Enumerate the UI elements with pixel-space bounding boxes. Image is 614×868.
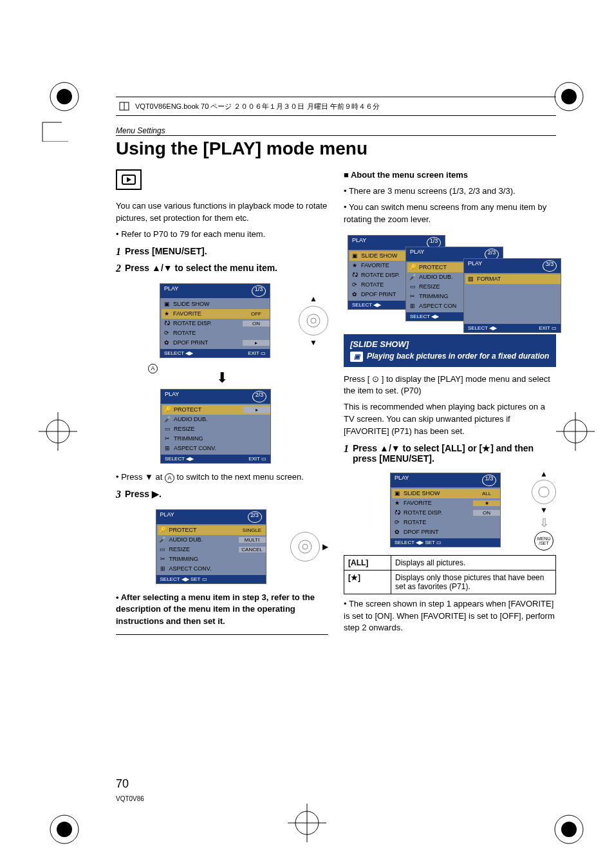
menu-item: 🔑PROTECT▸	[162, 405, 270, 415]
footnote: • The screen shown in step 1 appears whe…	[344, 598, 556, 635]
book-icon	[118, 100, 131, 113]
menu-item: ✂TRIMMING	[158, 554, 266, 564]
right-arrow-icon: ▶	[322, 542, 328, 551]
svg-point-24	[302, 544, 308, 549]
up-arrow-icon: ▲	[540, 469, 548, 478]
svg-point-25	[539, 487, 549, 497]
about-header: ■ About the menu screen items	[344, 169, 556, 182]
step-2: 2Press ▲/▼ to select the menu item.	[116, 263, 328, 274]
svg-point-1	[57, 89, 72, 104]
page-title: Using the [PLAY] mode menu	[116, 138, 556, 159]
press-down-note: • Press ▼ at A to switch to the next men…	[116, 471, 328, 484]
menu-item: ▭RESIZECANCEL	[158, 545, 266, 554]
menu-item: ▧FORMAT	[465, 274, 561, 284]
page-code: VQT0V86	[116, 795, 144, 802]
menu-item: 🗘ROTATE DISP.ON	[392, 508, 500, 518]
menu-item	[465, 303, 561, 313]
joystick-icon-2	[290, 532, 320, 561]
slideshow-icon: ▣	[350, 352, 363, 362]
menu-item: ⟳ROTATE	[162, 328, 270, 338]
header-text: VQT0V86ENG.book 70 ページ ２００６年１月３０日 月曜日 午前…	[135, 102, 380, 111]
cascade-menu-3: PLAY3/3 ▧FORMAT SELECT ◀▶EXIT ▭	[463, 258, 561, 333]
up-arrow-icon: ▲	[310, 294, 317, 303]
center-reg-bottom	[288, 804, 326, 842]
menu-item: ▣SLIDE SHOW	[162, 299, 270, 309]
menu-item: 🗘ROTATE DISP.ON	[162, 319, 270, 328]
svg-point-3	[561, 89, 577, 104]
down-arrow-icon: ▼	[540, 505, 548, 514]
options-table: [ALL]Displays all pictures. [★]Displays …	[344, 555, 556, 594]
menu-item: ▭RESIZE	[162, 424, 270, 434]
transition-arrow: ⬇	[116, 372, 328, 384]
crop-mark-bl	[39, 784, 90, 849]
center-reg-left	[39, 412, 77, 451]
page-number: 70	[116, 777, 129, 791]
about-1: • There are 3 menu screens (1/3, 2/3 and…	[344, 185, 556, 198]
menu-item: ★FAVORITE★	[392, 498, 500, 508]
section-label: Menu Settings	[116, 126, 556, 136]
crop-mark-br	[543, 784, 595, 849]
slide-show-header: [SLIDE SHOW] ▣Playing back pictures in o…	[344, 334, 556, 367]
menu-item	[465, 284, 561, 294]
right-step-1: 1Press ▲/▼ to select [ALL] or [★] and th…	[344, 443, 556, 464]
svg-point-16	[561, 822, 577, 837]
recommended-text: This is recommended when playing back pi…	[344, 401, 556, 438]
svg-point-21	[307, 314, 320, 327]
menu-item: ✿DPOF PRINT	[392, 527, 500, 537]
step-3: 3Press ▶.	[116, 489, 328, 500]
menu-screen-2: PLAY2/3 🔑PROTECT▸🎤AUDIO DUB.▭RESIZE✂TRIM…	[160, 389, 271, 464]
menu-item: ✿DPOF PRINT▸	[162, 338, 270, 348]
after-select-note: • After selecting a menu item in step 3,…	[116, 592, 328, 628]
svg-point-22	[311, 318, 316, 323]
menu-item: 🎤AUDIO DUB.MULTI	[158, 535, 266, 545]
menu-item: 🎤AUDIO DUB.	[162, 415, 270, 424]
menu-item: ⊞ASPECT CONV.	[162, 444, 270, 453]
center-reg-right	[556, 412, 595, 451]
menu-item: ⊞ASPECT CONV.	[158, 564, 266, 574]
play-mode-icon	[116, 169, 142, 190]
menu-item: 🔑PROTECTSINGLE	[158, 525, 266, 535]
svg-point-14	[57, 822, 72, 837]
joystick-icon	[299, 306, 328, 335]
down-arrow-outline-icon: ⇩	[539, 516, 549, 530]
press-menu-text: Press [ ⊙ ] to display the [PLAY] mode m…	[344, 373, 556, 398]
marker-a: A	[148, 364, 158, 373]
header-line: VQT0V86ENG.book 70 ページ ２００６年１月３０日 月曜日 午前…	[116, 97, 556, 116]
slideshow-menu: PLAY1/3 ▣SLIDE SHOWALL★FAVORITE★🗘ROTATE …	[390, 473, 501, 547]
menu-item: ✂TRIMMING	[162, 434, 270, 444]
menu-item: ▣SLIDE SHOWALL	[392, 489, 500, 498]
menu-screen-3: PLAY2/3 🔑PROTECTSINGLE🎤AUDIO DUB.MULTI▭R…	[156, 509, 266, 584]
intro-text-1: You can use various functions in playbac…	[116, 200, 328, 225]
joystick-icon-3	[532, 480, 556, 504]
menu-item: ★FAVORITEOFF	[162, 309, 270, 319]
svg-marker-20	[127, 177, 131, 182]
menu-item	[465, 294, 561, 303]
menu-set-badge: MENU/SET	[534, 531, 554, 551]
menu-item	[465, 313, 561, 323]
menu-item: ⟳ROTATE	[392, 518, 500, 527]
svg-point-23	[299, 540, 312, 553]
step-1: 1Press [MENU/SET].	[116, 246, 328, 258]
intro-text-2: • Refer to P70 to 79 for each menu item.	[116, 229, 328, 241]
down-arrow-icon: ▼	[310, 338, 317, 347]
menu-screen-1: PLAY1/3 ▣SLIDE SHOW★FAVORITEOFF🗘ROTATE D…	[160, 283, 270, 358]
crop-mark-tl	[39, 77, 90, 142]
about-2: • You can switch menu screens from any m…	[344, 202, 556, 226]
